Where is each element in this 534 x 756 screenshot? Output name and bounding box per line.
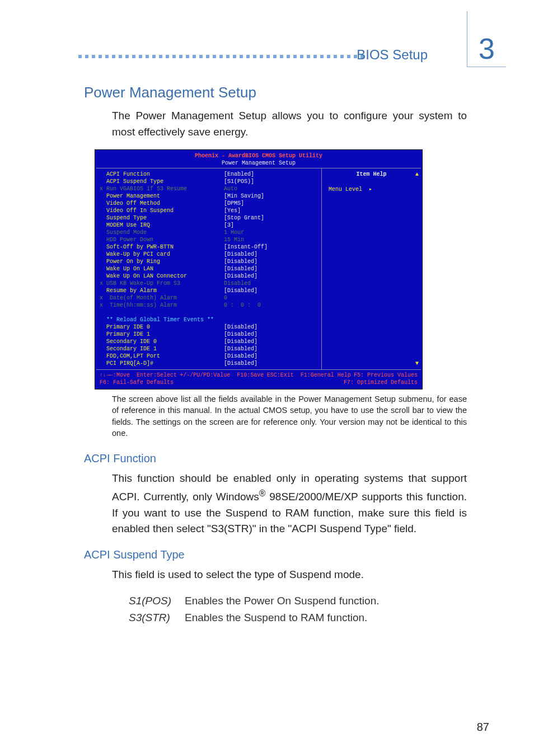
breadcrumb: BIOS Setup <box>357 47 428 63</box>
chapter-number: 3 <box>479 34 495 63</box>
footer-hint: ↑↓→←:Move Enter:Select <box>100 372 177 379</box>
page-header: BIOS Setup 3 <box>84 34 467 67</box>
bios-row: Secondary IDE 1[Disabled] <box>100 345 318 353</box>
bios-row: Power Management[Min Saving] <box>100 192 318 200</box>
definition-row: S1(POS)Enables the Power On Suspend func… <box>129 593 467 609</box>
section-title: Power Management Setup <box>84 84 467 101</box>
dotted-rule <box>78 55 366 58</box>
bios-row: Video Off Method[DPMS] <box>100 200 318 207</box>
bios-subtitle: Power Management Setup <box>96 159 421 168</box>
footer-hint: F6: Fail-Safe Defaults <box>100 379 174 386</box>
bios-row: Primary IDE 1[Disabled] <box>100 331 318 338</box>
definition-row: S3(STR)Enables the Suspend to RAM functi… <box>129 609 467 626</box>
bios-row: ACPI Suspend Type[S1(POS)] <box>100 178 318 185</box>
acpi-suspend-intro: This field is used to select the type of… <box>112 567 467 583</box>
footer-hint: F5: Previous Values <box>354 372 418 379</box>
bios-row: Power On by Ring[Disabled] <box>100 258 318 265</box>
bios-row: xUSB KB Wake-Up From S3Disabled <box>100 280 318 287</box>
bios-title: Phoenix - AwardBIOS CMOS Setup Utility <box>96 151 421 159</box>
bios-screenshot: Phoenix - AwardBIOS CMOS Setup Utility P… <box>95 150 422 389</box>
definition-desc: Enables the Suspend to RAM function. <box>185 609 467 626</box>
bios-row: HDD Power Down15 Min <box>100 236 318 243</box>
bios-row: Secondary IDE 0[Disabled] <box>100 338 318 345</box>
bios-row: Wake-Up by PCI card[Disabled] <box>100 251 318 258</box>
chapter-box: 3 <box>467 11 506 67</box>
bios-row: PCI PIRQ[A-D]#[Disabled] <box>100 360 318 367</box>
bios-row: xRun VGABIOS if S3 ResumeAuto <box>100 185 318 192</box>
definition-term: S1(POS) <box>129 593 185 609</box>
bios-row: Primary IDE 0[Disabled] <box>100 323 318 331</box>
bios-row: x Date(of Month) Alarm0 <box>100 294 318 302</box>
scroll-down-icon: ▼ <box>415 360 419 367</box>
bios-row: Soft-Off by PWR-BTTN[Instant-Off] <box>100 243 318 251</box>
bios-row: Suspend Type[Stop Grant] <box>100 214 318 222</box>
footer-hint: +/-/PU/PD:Value F10:Save <box>180 372 264 379</box>
acpi-function-heading: ACPI Function <box>84 452 467 465</box>
bios-row: Resume by Alarm[Disabled] <box>100 287 318 294</box>
footer-hint: F7: Optimized Defaults <box>344 379 418 386</box>
section-intro: The Power Management Setup allows you to… <box>112 108 467 140</box>
bios-row: Wake Up On LAN[Disabled] <box>100 265 318 273</box>
suspend-definitions: S1(POS)Enables the Power On Suspend func… <box>129 593 467 627</box>
acpi-function-body: This function should be enabled only in … <box>112 471 467 537</box>
bios-row: Suspend Mode1 Hour <box>100 229 318 236</box>
acpi-suspend-heading: ACPI Suspend Type <box>84 548 467 561</box>
definition-desc: Enables the Power On Suspend function. <box>185 593 467 609</box>
registered-icon: ® <box>259 489 266 498</box>
bios-footer: ↑↓→←:Move Enter:Select +/-/PU/PD:Value F… <box>96 370 421 388</box>
screenshot-caption: The screen above list all the fields ava… <box>112 393 467 439</box>
footer-hint: ESC:Exit F1:General Help <box>267 372 351 379</box>
bios-row: ACPI Function[Enabled] <box>100 171 318 178</box>
menu-level-arrow-icon: ▸ <box>369 186 372 192</box>
bios-row: FDD,COM,LPT Port[Disabled] <box>100 353 318 360</box>
item-help-label: Item Help <box>325 171 418 178</box>
bios-row: MODEM Use IRQ[3] <box>100 222 318 229</box>
scroll-up-icon: ▲ <box>415 171 419 178</box>
bios-help-pane: ▲ Item Help Menu Level ▸ ▼ <box>322 168 421 369</box>
definition-term: S3(STR) <box>129 609 185 626</box>
page-number: 87 <box>477 721 489 734</box>
bios-field-list: ACPI Function[Enabled] ACPI Suspend Type… <box>96 168 322 369</box>
bios-row: Wake Up On LAN Connector[Disabled] <box>100 273 318 280</box>
bios-row: Video Off In Suspend[Yes] <box>100 207 318 214</box>
menu-level-label: Menu Level ▸ <box>325 186 418 193</box>
bios-row: x Time(hh:mm:ss) Alarm0 : 0 : 0 <box>100 302 318 309</box>
